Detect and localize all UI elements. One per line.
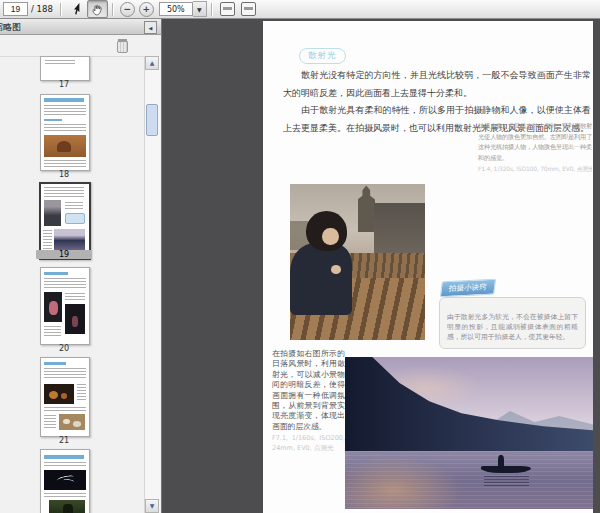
thumb-text-lines — [44, 187, 84, 197]
thumb-text-lines — [44, 407, 86, 412]
thumb-photo — [44, 384, 74, 404]
photo-person-body — [290, 243, 352, 315]
delete-page-icon[interactable] — [117, 41, 128, 53]
photo-person-face — [322, 228, 338, 245]
fit-page-button[interactable] — [241, 2, 256, 16]
page-total-label: / 188 — [31, 4, 53, 14]
photo-boatman — [498, 455, 504, 467]
scrollbar-thumb[interactable] — [146, 104, 158, 136]
collapse-panel-button[interactable]: ◀ — [144, 21, 157, 34]
document-view-area: 散射光 散射光没有特定的方向性，并且光线比较弱，一般不会导致画面产生非常大的明暗… — [162, 19, 600, 513]
section-title-badge: 散射光 — [299, 48, 346, 64]
thumb-text-lines — [44, 493, 86, 498]
portrait-photo — [290, 184, 425, 340]
thumb-text-lines — [65, 202, 83, 210]
thumb-subheading-bar — [44, 119, 62, 121]
zoom-level-input[interactable]: 50% — [159, 2, 193, 16]
scroll-down-button[interactable]: ▼ — [145, 499, 159, 513]
thumb-photo — [44, 470, 86, 490]
thumbnail-page-19[interactable] — [39, 182, 91, 260]
thumbnail-label-18: 18 — [40, 170, 88, 179]
thumb-text-lines — [65, 293, 85, 301]
thumb-text-lines — [44, 368, 86, 380]
zoom-out-button[interactable]: − — [120, 2, 135, 17]
caption-text: 拍摄人像，尤其是户外人像时，可利用散射光使人物的肤色更加自然。左图即是利用了这种… — [478, 121, 592, 163]
photo-sunset-glow — [345, 456, 462, 509]
thumbnail-page-18[interactable] — [40, 94, 90, 171]
pdf-viewer-window: / 188 − + 50% ▼ 缩略图 ◀ 17 — [0, 0, 600, 513]
thumbnail-label-20: 20 — [40, 344, 88, 353]
paragraph: 散射光没有特定的方向性，并且光线比较弱，一般不会导致画面产生非常大的明暗反差，因… — [283, 67, 591, 102]
zoom-dropdown-button[interactable]: ▼ — [193, 1, 207, 17]
thumb-text-lines — [44, 462, 86, 468]
thumb-text-lines — [44, 124, 86, 132]
scroll-down-icon: ▼ — [150, 503, 155, 509]
page-number-input[interactable] — [3, 2, 28, 16]
toolbar-separator — [211, 3, 213, 16]
select-arrow-icon — [72, 3, 81, 15]
select-tool-button[interactable] — [66, 0, 87, 18]
minus-icon: − — [124, 5, 132, 14]
thumb-text-lines — [45, 60, 75, 66]
lake-photo — [345, 357, 593, 509]
hand-icon — [91, 3, 104, 16]
thumb-text-lines — [44, 105, 86, 117]
tip-badge: 拍摄小诀窍 — [440, 279, 496, 298]
toolbar: / 188 − + 50% ▼ — [0, 0, 600, 19]
thumb-subheading-bar — [44, 272, 68, 275]
caption-text: 在拍摄如右图所示的日落风景时，利用散射光，可以减小景物间的明暗反差，使得画面拥有… — [272, 349, 345, 432]
portrait-caption: 拍摄人像，尤其是户外人像时，可利用散射光使人物的肤色更加自然。左图即是利用了这种… — [478, 121, 592, 175]
thumb-text-lines — [44, 326, 61, 338]
camera-settings: F1.4, 1/320s, ISO100, 70mm, EV0, 点测光 — [478, 164, 592, 175]
thumb-heading-bar — [44, 98, 84, 102]
chevron-down-icon: ▼ — [197, 6, 202, 13]
thumb-text-lines — [44, 160, 86, 167]
zoom-in-button[interactable]: + — [139, 2, 154, 17]
thumb-photo — [54, 229, 85, 250]
thumb-subheading-bar — [44, 362, 66, 365]
photo-building-right — [374, 203, 425, 259]
hand-tool-button[interactable] — [87, 0, 108, 18]
scroll-up-icon: ▲ — [150, 60, 155, 66]
thumb-photo — [65, 304, 85, 334]
fit-width-button[interactable] — [220, 2, 235, 16]
thumbnails-sidebar: 17 18 19 — [0, 35, 162, 513]
thumb-photo — [44, 292, 62, 322]
photo-tower — [358, 186, 376, 233]
collapse-arrow-icon: ◀ — [149, 25, 153, 31]
camera-settings: F7.1, 1/160s, ISO200, 24mm, EV0, 点测光 — [272, 433, 345, 453]
plus-icon: + — [143, 5, 151, 14]
thumbnail-page-21[interactable] — [40, 357, 90, 437]
thumbnails-panel-header: 缩略图 ◀ — [0, 19, 162, 35]
toolbar-separator — [112, 3, 114, 16]
thumbnail-label-17: 17 — [40, 80, 88, 89]
thumb-heading-bar — [44, 455, 84, 459]
thumb-photo — [59, 414, 85, 430]
thumb-text-lines — [43, 230, 52, 250]
thumbnail-page-22[interactable] — [40, 449, 90, 513]
thumbnail-page-20[interactable] — [40, 267, 90, 345]
thumbnails-toolbar — [0, 35, 146, 57]
toolbar-separator — [60, 3, 62, 16]
thumbnail-label-21: 21 — [40, 436, 88, 445]
photo-boat-reflection — [484, 476, 529, 487]
thumb-photo — [44, 135, 86, 157]
thumb-text-lines — [44, 415, 56, 429]
thumb-text-lines — [77, 384, 86, 400]
landscape-caption: 在拍摄如右图所示的日落风景时，利用散射光，可以减小景物间的明暗反差，使得画面拥有… — [272, 349, 345, 453]
thumb-photo — [49, 500, 85, 513]
thumbnail-page-17[interactable] — [40, 56, 90, 81]
scroll-up-button[interactable]: ▲ — [145, 56, 159, 70]
tip-box: 由于散射光多为软光，不会在被摄体上留下明显的投影，且能减弱被摄体表面的粗糙感，所… — [439, 297, 586, 349]
thumb-tip-box — [65, 213, 85, 224]
thumb-text-lines — [44, 278, 86, 289]
thumbnail-label-19: 19 — [36, 250, 92, 259]
thumb-photo — [44, 200, 61, 226]
pdf-page[interactable]: 散射光 散射光没有特定的方向性，并且光线比较弱，一般不会导致画面产生非常大的明暗… — [263, 21, 593, 513]
panel-title: 缩略图 — [0, 21, 21, 34]
sidebar-scrollbar[interactable]: ▲ ▼ — [144, 56, 160, 513]
